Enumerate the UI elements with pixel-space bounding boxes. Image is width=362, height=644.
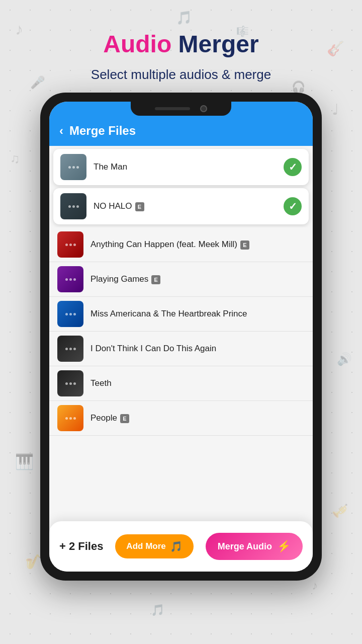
selected-check: ✓ (284, 197, 302, 215)
explicit-badge: E (240, 240, 249, 250)
explicit-badge: E (135, 202, 144, 211)
track-thumbnail (57, 231, 83, 258)
track-title: Teeth (90, 378, 305, 388)
files-count: + 2 Files (59, 540, 103, 553)
music-list-icon: 🎵 (170, 540, 183, 552)
merge-audio-button[interactable]: Merge Audio ⚡ (206, 533, 303, 560)
header-title: Merge Files (69, 124, 136, 138)
track-thumbnail (60, 154, 86, 180)
track-item[interactable]: Miss Americana & The Heartbreak Prince (49, 297, 313, 332)
bottom-bar: + 2 Files Add More 🎵 Merge Audio ⚡ (49, 521, 313, 572)
back-button[interactable]: ‹ (59, 124, 63, 138)
title-area: Audio Merger (103, 30, 258, 58)
track-title: Miss Americana & The Heartbreak Prince (90, 309, 305, 319)
track-item[interactable]: I Don't Think I Can Do This Again (49, 332, 313, 366)
page-content: Audio Merger Select multiple audios & me… (0, 0, 362, 581)
title-audio: Audio (103, 31, 171, 57)
track-item[interactable]: The Man✓ (53, 149, 309, 185)
speaker-bar (155, 107, 190, 110)
track-thumbnail (57, 370, 83, 396)
track-title: Anything Can Happen (feat. Meek Mill)E (90, 239, 305, 250)
track-thumbnail (60, 193, 86, 219)
camera-dot (200, 105, 207, 112)
phone-mockup: ‹ Merge Files The Man✓NO HALOE✓Anything … (40, 93, 322, 581)
track-thumbnail (57, 266, 83, 292)
subtitle: Select multiple audios & merge (91, 67, 271, 83)
track-item[interactable]: Playing GamesE (49, 262, 313, 297)
track-item[interactable]: NO HALOE✓ (53, 188, 309, 224)
phone-inner: ‹ Merge Files The Man✓NO HALOE✓Anything … (49, 102, 313, 572)
merge-audio-label: Merge Audio (218, 541, 272, 552)
explicit-badge: E (120, 414, 129, 423)
add-more-label: Add More (126, 541, 165, 551)
merge-icon: ⚡ (277, 540, 291, 553)
selected-check: ✓ (284, 158, 302, 176)
track-title: I Don't Think I Can Do This Again (90, 344, 305, 354)
track-item[interactable]: Teeth (49, 366, 313, 401)
track-thumbnail (57, 405, 83, 431)
title-merger: Merger (171, 31, 258, 57)
phone-notch (131, 102, 231, 116)
track-thumbnail (57, 301, 83, 327)
track-title: The Man (94, 162, 284, 172)
track-title: PeopleE (90, 413, 305, 423)
track-title: NO HALOE (94, 201, 284, 211)
explicit-badge: E (151, 275, 160, 284)
track-item[interactable]: PeopleE (49, 401, 313, 436)
add-more-button[interactable]: Add More 🎵 (115, 534, 193, 558)
track-item[interactable]: Anything Can Happen (feat. Meek Mill)E (49, 227, 313, 262)
track-thumbnail (57, 336, 83, 362)
track-title: Playing GamesE (90, 274, 305, 284)
track-list[interactable]: The Man✓NO HALOE✓Anything Can Happen (fe… (49, 146, 313, 525)
